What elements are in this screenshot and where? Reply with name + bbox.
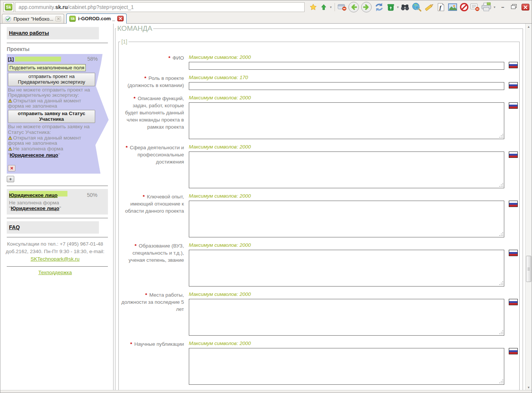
site-logo-button[interactable]: Sk xyxy=(3,2,14,12)
tech-support-link[interactable]: Техподдержка xyxy=(38,270,72,275)
tab-project-label: Проект "Небохо... xyxy=(13,16,53,22)
recycle-bin-dropdown-caret[interactable]: ▼ xyxy=(396,6,399,9)
russian-flag-icon[interactable] xyxy=(509,152,518,158)
field-label: * Сфера деятельности и профессиональные … xyxy=(120,144,184,188)
required-asterisk: * xyxy=(130,341,132,347)
russian-flag-icon[interactable] xyxy=(509,82,518,88)
russian-flag-icon[interactable] xyxy=(509,299,518,305)
legal-not-filled-notice: Не заполнена форма "Юридическое лицо" xyxy=(9,200,106,212)
send-status-request-button[interactable]: отправить заявку на Статус Участника xyxy=(8,110,95,123)
url-path: /cabinet.php?step=project_1 xyxy=(68,4,134,10)
close-window-icon[interactable] xyxy=(522,4,529,10)
textarea-input[interactable] xyxy=(189,250,504,286)
max-chars-hint: Максимум символов: 2000 xyxy=(189,193,518,200)
field-label: * Роль в проекте (должность в компании) xyxy=(120,75,184,90)
flash-icon[interactable]: f xyxy=(436,2,446,12)
go-up-icon[interactable] xyxy=(319,2,329,12)
form-field-row: * Места работы, должности за последние 5… xyxy=(120,291,519,336)
max-chars-hint: Максимум символов: 2000 xyxy=(189,144,518,150)
max-chars-hint: Максимум символов: 2000 xyxy=(189,242,518,249)
member-1-legend: [1] xyxy=(120,39,129,45)
restore-window-icon[interactable] xyxy=(511,5,516,9)
add-project-button[interactable]: + xyxy=(7,176,14,182)
tab-igorod[interactable]: Sk i-GOROD.com _ xyxy=(66,14,126,24)
textarea-input[interactable] xyxy=(189,201,504,237)
team-fieldset: КОМАНДА [1] * ФИО Максимум символов: 200… xyxy=(115,24,523,390)
legal-entity-link[interactable]: Юридическое лицо xyxy=(10,152,58,158)
minimize-window-icon[interactable]: – xyxy=(500,4,506,10)
print-icon[interactable] xyxy=(480,2,492,12)
field-label: * Ключевой опыт, имеющий отношение к обл… xyxy=(120,193,184,237)
resize-grip-icon[interactable] xyxy=(500,331,503,334)
recycle-bin-icon[interactable] xyxy=(386,2,396,12)
delete-project-button[interactable] xyxy=(8,165,15,171)
url-prefix: app.community. xyxy=(19,4,55,10)
support-email-link[interactable]: SKTechnopark@sk.ru xyxy=(31,256,80,262)
faq-link[interactable]: FAQ xyxy=(9,224,20,230)
scroll-down-icon[interactable]: ▼ xyxy=(526,384,532,390)
toolbar-separator xyxy=(335,3,335,11)
projects-header: Проекты xyxy=(7,46,113,52)
window-bottom-frame xyxy=(0,390,532,393)
find-icon[interactable] xyxy=(400,2,410,12)
forward-icon[interactable] xyxy=(360,2,372,12)
popup-blocker-icon[interactable] xyxy=(337,2,347,12)
textarea-input[interactable] xyxy=(189,152,504,188)
forms-icon[interactable] xyxy=(470,2,480,12)
russian-flag-icon[interactable] xyxy=(509,348,518,354)
required-asterisk: * xyxy=(145,292,147,298)
russian-flag-icon[interactable] xyxy=(509,250,518,256)
image-viewer-icon[interactable] xyxy=(447,2,459,12)
faq-panel: FAQ xyxy=(7,221,99,234)
tab-project[interactable]: Проект "Небохо... xyxy=(2,14,64,23)
project-1-link[interactable]: [1] xyxy=(8,56,14,62)
textarea-input[interactable] xyxy=(189,348,504,385)
edit-pencil-icon[interactable] xyxy=(423,2,435,12)
textarea-input[interactable] xyxy=(189,102,504,139)
favorites-star-icon[interactable] xyxy=(308,2,318,12)
max-chars-hint: Максимум символов: 2000 xyxy=(189,340,518,347)
form-field-row: * Роль в проекте (должность в компании) … xyxy=(120,75,519,90)
required-asterisk: * xyxy=(144,75,146,81)
resize-grip-icon[interactable] xyxy=(500,134,503,138)
divider xyxy=(7,186,108,186)
highlight-empty-fields-button[interactable]: Подсветить незаполненные поля xyxy=(8,64,86,71)
legal-entity-title-link[interactable]: Юридическое лицо xyxy=(9,192,58,198)
textarea-input[interactable] xyxy=(189,299,504,336)
legal-entity-quoted-link: "Юридическое лицо" xyxy=(8,152,108,158)
text-input[interactable] xyxy=(189,62,504,70)
address-input[interactable]: app.community.sk.ru/cabinet.php?step=pro… xyxy=(15,2,305,12)
cannot-send-expertise-text: Вы не можете отправить проект на Предвар… xyxy=(8,87,98,98)
max-chars-hint: Максимум символов: 170 xyxy=(189,75,518,81)
send-expertise-button[interactable]: отправить проект на Предварительную эксп… xyxy=(8,73,95,86)
legal-entity-link-2[interactable]: Юридическое лицо xyxy=(11,206,60,211)
warning-icon xyxy=(8,136,12,140)
text-input[interactable] xyxy=(189,82,504,90)
block-content-icon[interactable] xyxy=(459,2,469,12)
tab-igorod-close-icon[interactable] xyxy=(117,16,124,21)
form-field-row: * Ключевой опыт, имеющий отношение к обл… xyxy=(120,193,519,237)
cannot-send-status-text: Вы не можете отправить заявку на Статус … xyxy=(8,124,98,135)
resize-grip-icon[interactable] xyxy=(500,232,503,236)
russian-flag-icon[interactable] xyxy=(509,62,518,68)
vertical-scrollbar[interactable]: ▲ ▼ xyxy=(525,24,532,390)
field-label: * Образование (ВУЗ, специальность и т.д.… xyxy=(120,242,184,286)
go-up-dropdown-caret[interactable]: ▼ xyxy=(329,6,332,9)
contact-info: Консультации по тел.: +7 (495) 967-01-48… xyxy=(3,240,108,263)
print-dropdown-caret[interactable]: ▼ xyxy=(493,6,496,9)
tab-project-close-icon[interactable] xyxy=(55,16,61,21)
russian-flag-icon[interactable] xyxy=(509,102,518,109)
refresh-icon[interactable] xyxy=(373,2,385,12)
address-bar-row: Sk app.community.sk.ru/cabinet.php?step=… xyxy=(0,2,532,14)
back-icon[interactable] xyxy=(348,2,360,12)
russian-flag-icon[interactable] xyxy=(509,201,518,207)
resize-grip-icon[interactable] xyxy=(500,282,503,285)
resize-grip-icon[interactable] xyxy=(500,380,503,383)
legal-entity-panel: Юридическое лицо 50% Не заполнена форма … xyxy=(7,189,108,214)
tab-bar: Проект "Небохо... Sk i-GOROD.com _ xyxy=(0,14,532,24)
scrollbar-thumb[interactable] xyxy=(526,256,531,282)
scroll-up-icon[interactable]: ▲ xyxy=(526,24,532,30)
resize-grip-icon[interactable] xyxy=(500,183,503,187)
start-work-link[interactable]: Начало работы xyxy=(9,30,49,36)
zoom-icon[interactable] xyxy=(411,2,423,12)
